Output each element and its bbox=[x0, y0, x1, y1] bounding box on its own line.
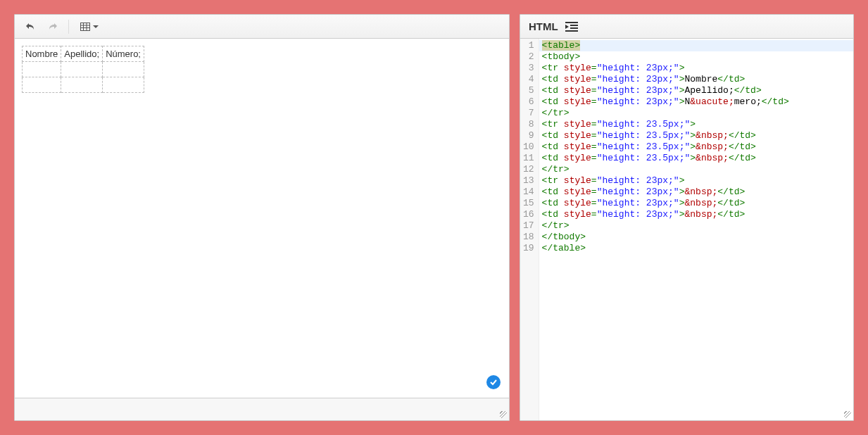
table-cell[interactable] bbox=[61, 77, 103, 93]
table-icon bbox=[80, 21, 91, 32]
code-line[interactable]: </table> bbox=[542, 243, 850, 254]
code-panel-header: HTML bbox=[520, 15, 853, 39]
code-line[interactable]: </tr> bbox=[542, 108, 850, 119]
code-line[interactable]: <tr style="height: 23px;"> bbox=[542, 175, 850, 187]
table-cell[interactable]: Número; bbox=[103, 46, 144, 62]
code-line[interactable]: <tbody> bbox=[542, 51, 850, 63]
code-line[interactable]: <td style="height: 23px;">&nbsp;</td> bbox=[542, 198, 850, 209]
redo-icon bbox=[47, 21, 58, 32]
code-line[interactable]: </tbody> bbox=[542, 232, 850, 243]
code-line[interactable]: <td style="height: 23.5px;">&nbsp;</td> bbox=[542, 130, 850, 141]
table-cell[interactable]: Nombre bbox=[23, 46, 61, 62]
code-line[interactable]: </tr> bbox=[542, 220, 850, 232]
table-cell[interactable] bbox=[61, 62, 103, 77]
table-row bbox=[23, 62, 144, 77]
code-line[interactable]: <td style="height: 23.5px;">&nbsp;</td> bbox=[542, 153, 850, 164]
format-button[interactable] bbox=[565, 22, 578, 32]
code-line[interactable]: <td style="height: 23px;">&nbsp;</td> bbox=[542, 209, 850, 220]
toolbar-separator bbox=[68, 20, 69, 34]
content-table[interactable]: Nombre Apellido; Número; bbox=[22, 46, 144, 93]
html-source-panel: HTML 12345678910111213141516171819 <tabl… bbox=[520, 14, 854, 421]
editor-panel: Nombre Apellido; Número; bbox=[14, 14, 510, 421]
resize-handle[interactable] bbox=[844, 411, 851, 418]
editor-content-area[interactable]: Nombre Apellido; Número; bbox=[15, 39, 509, 398]
code-line[interactable]: <tr style="height: 23.5px;"> bbox=[542, 119, 850, 130]
code-panel-title: HTML bbox=[529, 20, 558, 32]
undo-button[interactable] bbox=[20, 18, 40, 36]
table-cell[interactable] bbox=[103, 62, 144, 77]
redo-button[interactable] bbox=[43, 18, 63, 36]
resize-handle[interactable] bbox=[500, 411, 507, 418]
code-line[interactable]: </tr> bbox=[542, 164, 850, 175]
code-line[interactable]: <td style="height: 23px;">&nbsp;</td> bbox=[542, 187, 850, 198]
table-cell[interactable] bbox=[103, 77, 144, 93]
code-line[interactable]: <td style="height: 23px;">Apellido;</td> bbox=[542, 85, 850, 96]
check-icon bbox=[489, 378, 498, 386]
code-line[interactable]: <td style="height: 23px;">Nombre</td> bbox=[542, 74, 850, 85]
code-gutter: 12345678910111213141516171819 bbox=[520, 39, 539, 420]
indent-icon bbox=[565, 22, 578, 32]
code-line[interactable]: <tr style="height: 23px;"> bbox=[542, 63, 850, 74]
code-line[interactable]: <td style="height: 23.5px;">&nbsp;</td> bbox=[542, 141, 850, 153]
table-menu-button[interactable] bbox=[75, 18, 103, 36]
table-row: Nombre Apellido; Número; bbox=[23, 46, 144, 62]
code-lines[interactable]: <table><tbody><tr style="height: 23px;">… bbox=[539, 39, 853, 420]
table-cell[interactable] bbox=[23, 77, 61, 93]
editor-toolbar bbox=[15, 15, 509, 39]
editor-statusbar bbox=[15, 398, 509, 420]
table-cell[interactable] bbox=[23, 62, 61, 77]
caret-down-icon bbox=[93, 25, 99, 28]
undo-icon bbox=[25, 21, 36, 32]
code-editor[interactable]: 12345678910111213141516171819 <table><tb… bbox=[520, 39, 853, 420]
status-check-badge[interactable] bbox=[486, 375, 501, 389]
code-line[interactable]: <td style="height: 23px;">N&uacute;mero;… bbox=[542, 96, 850, 108]
table-row bbox=[23, 77, 144, 93]
svg-rect-0 bbox=[80, 23, 89, 30]
table-cell[interactable]: Apellido; bbox=[61, 46, 103, 62]
